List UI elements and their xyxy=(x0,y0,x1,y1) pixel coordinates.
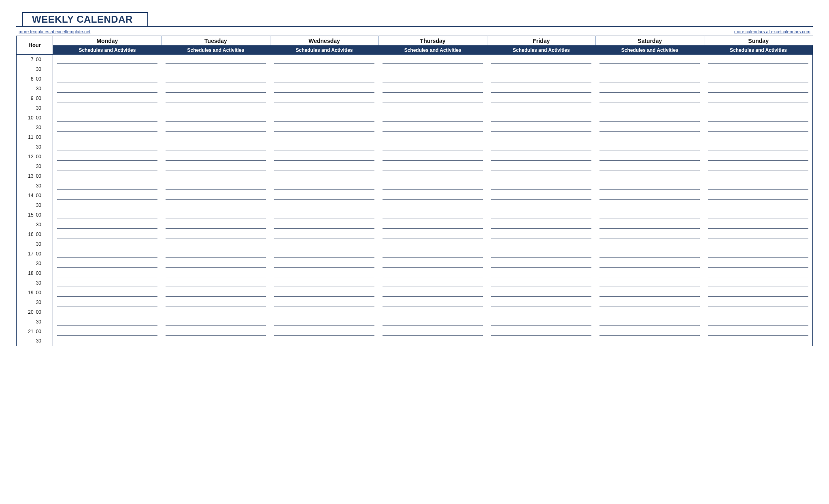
schedule-slot[interactable] xyxy=(595,317,704,327)
schedule-slot[interactable] xyxy=(162,64,270,74)
schedule-slot[interactable] xyxy=(162,317,270,327)
schedule-slot[interactable] xyxy=(704,55,812,64)
schedule-slot[interactable] xyxy=(378,171,487,181)
schedule-slot[interactable] xyxy=(53,162,162,171)
schedule-slot[interactable] xyxy=(162,230,270,239)
schedule-slot[interactable] xyxy=(487,84,595,94)
schedule-slot[interactable] xyxy=(53,181,162,191)
schedule-slot[interactable] xyxy=(704,191,812,200)
schedule-slot[interactable] xyxy=(378,191,487,200)
schedule-slot[interactable] xyxy=(53,259,162,268)
schedule-slot[interactable] xyxy=(595,181,704,191)
schedule-slot[interactable] xyxy=(704,142,812,152)
schedule-slot[interactable] xyxy=(53,171,162,181)
schedule-slot[interactable] xyxy=(270,307,378,317)
schedule-slot[interactable] xyxy=(487,336,595,346)
schedule-slot[interactable] xyxy=(595,307,704,317)
schedule-slot[interactable] xyxy=(378,259,487,268)
schedule-slot[interactable] xyxy=(162,307,270,317)
schedule-slot[interactable] xyxy=(378,230,487,239)
schedule-slot[interactable] xyxy=(487,132,595,142)
schedule-slot[interactable] xyxy=(595,336,704,346)
schedule-slot[interactable] xyxy=(704,132,812,142)
schedule-slot[interactable] xyxy=(378,142,487,152)
schedule-slot[interactable] xyxy=(704,307,812,317)
schedule-slot[interactable] xyxy=(270,210,378,220)
schedule-slot[interactable] xyxy=(595,268,704,278)
schedule-slot[interactable] xyxy=(162,191,270,200)
schedule-slot[interactable] xyxy=(53,336,162,346)
schedule-slot[interactable] xyxy=(704,317,812,327)
schedule-slot[interactable] xyxy=(53,298,162,307)
schedule-slot[interactable] xyxy=(378,103,487,113)
schedule-slot[interactable] xyxy=(595,142,704,152)
schedule-slot[interactable] xyxy=(595,259,704,268)
schedule-slot[interactable] xyxy=(53,220,162,230)
schedule-slot[interactable] xyxy=(53,317,162,327)
schedule-slot[interactable] xyxy=(487,181,595,191)
schedule-slot[interactable] xyxy=(595,278,704,288)
schedule-slot[interactable] xyxy=(704,268,812,278)
schedule-slot[interactable] xyxy=(487,220,595,230)
schedule-slot[interactable] xyxy=(595,230,704,239)
schedule-slot[interactable] xyxy=(162,220,270,230)
schedule-slot[interactable] xyxy=(595,55,704,64)
schedule-slot[interactable] xyxy=(595,84,704,94)
schedule-slot[interactable] xyxy=(162,152,270,162)
link-more-templates[interactable]: more templates at exceltemplate.net xyxy=(19,29,90,34)
schedule-slot[interactable] xyxy=(487,64,595,74)
schedule-slot[interactable] xyxy=(53,142,162,152)
schedule-slot[interactable] xyxy=(704,123,812,132)
schedule-slot[interactable] xyxy=(595,123,704,132)
schedule-slot[interactable] xyxy=(487,162,595,171)
schedule-slot[interactable] xyxy=(53,268,162,278)
schedule-slot[interactable] xyxy=(487,113,595,123)
schedule-slot[interactable] xyxy=(378,162,487,171)
schedule-slot[interactable] xyxy=(595,288,704,298)
schedule-slot[interactable] xyxy=(487,288,595,298)
schedule-slot[interactable] xyxy=(378,268,487,278)
link-more-calendars[interactable]: more calendars at excelcalendars.com xyxy=(734,29,810,34)
schedule-slot[interactable] xyxy=(162,103,270,113)
schedule-slot[interactable] xyxy=(487,249,595,259)
schedule-slot[interactable] xyxy=(487,142,595,152)
schedule-slot[interactable] xyxy=(270,317,378,327)
schedule-slot[interactable] xyxy=(162,327,270,336)
schedule-slot[interactable] xyxy=(595,327,704,336)
schedule-slot[interactable] xyxy=(53,123,162,132)
schedule-slot[interactable] xyxy=(162,210,270,220)
schedule-slot[interactable] xyxy=(595,200,704,210)
schedule-slot[interactable] xyxy=(53,239,162,249)
schedule-slot[interactable] xyxy=(162,142,270,152)
schedule-slot[interactable] xyxy=(595,113,704,123)
schedule-slot[interactable] xyxy=(704,181,812,191)
schedule-slot[interactable] xyxy=(53,113,162,123)
schedule-slot[interactable] xyxy=(162,74,270,84)
schedule-slot[interactable] xyxy=(162,162,270,171)
schedule-slot[interactable] xyxy=(487,152,595,162)
schedule-slot[interactable] xyxy=(53,288,162,298)
schedule-slot[interactable] xyxy=(487,200,595,210)
schedule-slot[interactable] xyxy=(270,142,378,152)
schedule-slot[interactable] xyxy=(704,249,812,259)
schedule-slot[interactable] xyxy=(270,230,378,239)
schedule-slot[interactable] xyxy=(595,152,704,162)
schedule-slot[interactable] xyxy=(270,162,378,171)
schedule-slot[interactable] xyxy=(378,317,487,327)
schedule-slot[interactable] xyxy=(162,200,270,210)
schedule-slot[interactable] xyxy=(487,55,595,64)
schedule-slot[interactable] xyxy=(53,103,162,113)
schedule-slot[interactable] xyxy=(378,307,487,317)
schedule-slot[interactable] xyxy=(53,152,162,162)
schedule-slot[interactable] xyxy=(162,181,270,191)
schedule-slot[interactable] xyxy=(270,64,378,74)
schedule-slot[interactable] xyxy=(162,298,270,307)
schedule-slot[interactable] xyxy=(162,171,270,181)
schedule-slot[interactable] xyxy=(595,191,704,200)
schedule-slot[interactable] xyxy=(704,327,812,336)
schedule-slot[interactable] xyxy=(487,210,595,220)
schedule-slot[interactable] xyxy=(487,239,595,249)
schedule-slot[interactable] xyxy=(53,74,162,84)
schedule-slot[interactable] xyxy=(704,162,812,171)
schedule-slot[interactable] xyxy=(595,220,704,230)
